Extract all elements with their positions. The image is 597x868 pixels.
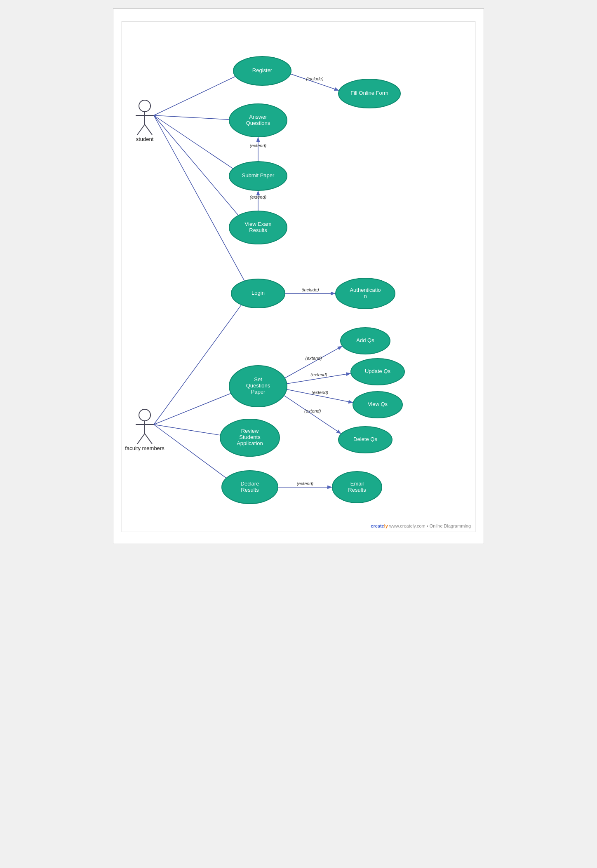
page-container: studentfaculty members(include)(extend)(… [113,8,484,544]
svg-text:(extend): (extend) [304,408,321,413]
svg-text:Update Qs: Update Qs [365,368,391,374]
svg-text:Results: Results [249,227,267,233]
svg-line-15 [154,115,229,120]
svg-text:Application: Application [237,440,263,446]
svg-text:View Qs: View Qs [368,401,388,407]
diagram-svg: studentfaculty members(include)(extend)(… [122,21,475,532]
svg-line-12 [145,434,152,444]
svg-text:Declare: Declare [241,481,259,487]
svg-line-18 [154,115,244,281]
svg-text:Paper: Paper [251,389,266,395]
svg-line-22 [154,425,226,478]
svg-text:(extend): (extend) [250,195,267,199]
svg-text:(include): (include) [301,287,319,292]
svg-text:Results: Results [348,487,366,493]
svg-line-14 [154,76,235,115]
svg-text:(include): (include) [306,76,324,81]
svg-text:Review: Review [241,428,259,434]
svg-line-6 [145,124,152,135]
svg-text:student: student [136,136,154,142]
svg-text:Questions: Questions [246,120,270,126]
svg-line-16 [154,115,233,169]
svg-line-17 [154,115,238,216]
brand-tagline: www.creately.com • Online Diagramming [389,523,471,528]
svg-text:Authenticatio: Authenticatio [350,287,381,293]
svg-text:(extend): (extend) [250,143,267,148]
svg-text:Students: Students [239,434,261,440]
svg-text:Delete Qs: Delete Qs [353,436,377,442]
svg-line-21 [154,425,221,435]
diagram-border: studentfaculty members(include)(extend)(… [122,21,475,532]
svg-text:View Exam: View Exam [245,221,272,227]
svg-text:(extend): (extend) [310,372,327,377]
svg-line-37 [284,395,341,434]
svg-text:Set: Set [254,376,262,382]
svg-text:Login: Login [251,290,265,296]
creately-brand: creately www.creately.com • Online Diagr… [371,523,471,528]
svg-text:faculty members: faculty members [125,445,165,451]
svg-text:(extend): (extend) [312,390,329,395]
svg-text:Add Qs: Add Qs [356,337,374,343]
brand-ly-text: ly [384,523,388,528]
svg-text:Questions: Questions [246,382,270,389]
svg-point-8 [139,409,150,421]
brand-create-text: create [371,523,384,528]
svg-text:(extend): (extend) [305,356,322,361]
svg-line-11 [137,434,145,444]
svg-text:Email: Email [350,481,364,487]
svg-line-5 [137,124,145,135]
svg-text:Fill Online Form: Fill Online Form [350,90,388,96]
svg-text:Submit Paper: Submit Paper [242,172,275,178]
svg-text:Answer: Answer [249,114,267,120]
svg-point-2 [139,100,150,112]
svg-text:Results: Results [241,487,259,493]
svg-text:n: n [364,293,367,299]
svg-text:(extend): (extend) [297,481,314,486]
svg-text:Register: Register [252,67,273,73]
